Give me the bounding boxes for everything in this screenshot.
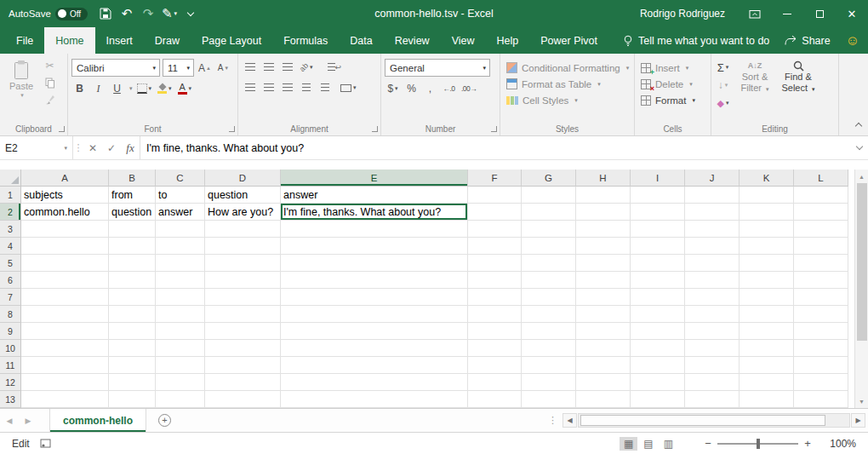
paste-button[interactable]: Paste ▾ xyxy=(3,57,39,108)
cell-G2[interactable] xyxy=(522,204,576,221)
cell-J5[interactable] xyxy=(685,255,740,272)
cell-H2[interactable] xyxy=(576,204,631,221)
cell-D9[interactable] xyxy=(205,323,281,340)
cell-styles-button[interactable]: Cell Styles▾ xyxy=(504,92,631,108)
ribbon-tab-home[interactable]: Home xyxy=(44,27,94,54)
close-button[interactable]: ✕ xyxy=(836,0,868,27)
cell-E10[interactable] xyxy=(281,340,468,357)
cell-L10[interactable] xyxy=(794,340,848,357)
cell-C3[interactable] xyxy=(156,221,205,238)
cell-E8[interactable] xyxy=(281,306,468,323)
cell-A4[interactable] xyxy=(21,238,109,255)
cell-D1[interactable]: question xyxy=(205,187,281,204)
normal-view-button[interactable]: ▦ xyxy=(620,437,637,451)
percent-style-button[interactable]: % xyxy=(403,80,420,97)
ribbon-tab-data[interactable]: Data xyxy=(339,27,383,54)
cell-B10[interactable] xyxy=(109,340,156,357)
collapse-ribbon-button[interactable] xyxy=(856,117,861,132)
cell-B8[interactable] xyxy=(109,306,156,323)
autosave-toggle[interactable]: AutoSave Off xyxy=(9,8,88,20)
column-header-H[interactable]: H xyxy=(576,170,631,187)
ribbon-tab-file[interactable]: File xyxy=(5,27,44,54)
name-box-resize-handle[interactable]: ⋮ xyxy=(73,136,83,159)
page-layout-view-button[interactable]: ▤ xyxy=(639,437,657,451)
font-name-select[interactable]: Calibri▾ xyxy=(71,59,160,77)
cell-E7[interactable] xyxy=(281,289,468,306)
zoom-slider[interactable] xyxy=(717,443,798,445)
cell-C5[interactable] xyxy=(156,255,205,272)
page-break-preview-button[interactable]: ▥ xyxy=(660,437,677,451)
cell-A10[interactable] xyxy=(21,340,109,357)
cell-H6[interactable] xyxy=(576,272,631,289)
ribbon-tab-insert[interactable]: Insert xyxy=(95,27,144,54)
cell-E3[interactable] xyxy=(281,221,468,238)
row-header-2[interactable]: 2 xyxy=(0,204,21,221)
cell-F8[interactable] xyxy=(468,306,522,323)
column-header-E[interactable]: E xyxy=(281,170,468,187)
tell-me-box[interactable]: Tell me what you want to do xyxy=(623,35,769,47)
cell-C6[interactable] xyxy=(156,272,205,289)
column-header-L[interactable]: L xyxy=(794,170,848,187)
cell-F5[interactable] xyxy=(468,255,522,272)
cell-J7[interactable] xyxy=(685,289,740,306)
cell-F1[interactable] xyxy=(468,187,522,204)
cell-A12[interactable] xyxy=(21,374,109,391)
new-sheet-button[interactable]: + xyxy=(158,414,171,427)
vscroll-up-arrow[interactable]: ▲ xyxy=(855,170,868,183)
hscroll-thumb[interactable] xyxy=(580,415,825,426)
cell-A13[interactable] xyxy=(21,391,109,408)
cell-G12[interactable] xyxy=(522,374,576,391)
cell-I4[interactable] xyxy=(631,238,685,255)
cell-H4[interactable] xyxy=(576,238,631,255)
clipboard-dialog-launcher[interactable] xyxy=(59,126,65,132)
redo-button[interactable]: ↷ xyxy=(139,3,157,25)
cell-L7[interactable] xyxy=(794,289,848,306)
row-header-12[interactable]: 12 xyxy=(0,374,21,391)
increase-font-size-button[interactable]: A▲ xyxy=(197,60,213,77)
borders-button[interactable]: ▾ xyxy=(135,80,154,97)
horizontal-scrollbar[interactable] xyxy=(578,413,850,428)
cell-F6[interactable] xyxy=(468,272,522,289)
cell-D2[interactable]: How are you? xyxy=(205,204,281,221)
cell-B3[interactable] xyxy=(109,221,156,238)
cell-K12[interactable] xyxy=(740,374,794,391)
italic-button[interactable]: I xyxy=(90,80,106,97)
clear-button[interactable]: ◆▾ xyxy=(715,95,731,112)
name-box[interactable]: E2▾ xyxy=(0,136,73,159)
cell-K2[interactable] xyxy=(740,204,794,221)
cell-F7[interactable] xyxy=(468,289,522,306)
comma-style-button[interactable]: , xyxy=(422,80,438,97)
tab-splitter-handle[interactable]: ⋮ xyxy=(548,415,557,426)
cell-J11[interactable] xyxy=(685,357,740,374)
row-header-13[interactable]: 13 xyxy=(0,391,21,408)
undo-button[interactable]: ↶ xyxy=(117,3,136,25)
column-header-D[interactable]: D xyxy=(205,170,281,187)
cell-J6[interactable] xyxy=(685,272,740,289)
cell-F12[interactable] xyxy=(468,374,522,391)
cell-C7[interactable] xyxy=(156,289,205,306)
insert-cells-button[interactable]: +Insert▾ xyxy=(638,60,707,76)
align-right-button[interactable] xyxy=(279,79,295,96)
find-select-button[interactable]: Find & Select ▾ xyxy=(779,59,818,112)
insert-function-button[interactable]: fx xyxy=(121,136,140,159)
cell-L4[interactable] xyxy=(794,238,848,255)
cell-K4[interactable] xyxy=(740,238,794,255)
cell-J9[interactable] xyxy=(685,323,740,340)
column-header-I[interactable]: I xyxy=(631,170,685,187)
cell-G11[interactable] xyxy=(522,357,576,374)
align-middle-button[interactable] xyxy=(260,59,277,76)
cell-E6[interactable] xyxy=(281,272,468,289)
cell-H3[interactable] xyxy=(576,221,631,238)
align-top-button[interactable] xyxy=(242,59,258,76)
autosum-button[interactable]: Σ▾ xyxy=(715,59,731,76)
format-cells-button[interactable]: Format▾ xyxy=(638,92,707,108)
cell-I13[interactable] xyxy=(631,391,685,408)
zoom-in-button[interactable]: + xyxy=(800,437,815,450)
column-header-F[interactable]: F xyxy=(468,170,522,187)
sheet-nav-left-button[interactable]: ◀ xyxy=(0,409,19,432)
ribbon-tab-power-pivot[interactable]: Power Pivot xyxy=(529,27,608,54)
fill-button[interactable]: ↓▾ xyxy=(715,77,731,94)
cell-F10[interactable] xyxy=(468,340,522,357)
cell-D12[interactable] xyxy=(205,374,281,391)
zoom-level[interactable]: 100% xyxy=(822,438,856,450)
